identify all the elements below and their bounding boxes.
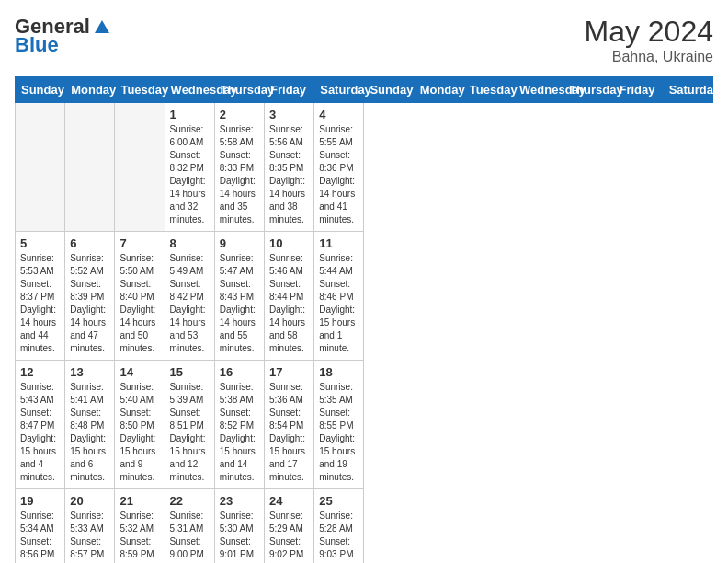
header-friday: Friday	[265, 77, 314, 103]
calendar-cell: 5Sunrise: 5:53 AMSunset: 8:37 PMDaylight…	[16, 232, 65, 361]
header-tuesday: Tuesday	[115, 77, 165, 103]
cell-info: Sunrise: 5:52 AMSunset: 8:39 PMDaylight:…	[70, 252, 109, 355]
calendar-cell: 15Sunrise: 5:39 AMSunset: 8:51 PMDayligh…	[165, 361, 214, 489]
calendar-week-1: 1Sunrise: 6:00 AMSunset: 8:32 PMDaylight…	[16, 103, 713, 232]
location-subtitle: Bahna, Ukraine	[584, 49, 713, 65]
day-number: 9	[220, 236, 259, 250]
calendar-week-2: 5Sunrise: 5:53 AMSunset: 8:37 PMDaylight…	[16, 232, 713, 361]
header-saturday: Saturday	[314, 77, 364, 103]
calendar-week-3: 12Sunrise: 5:43 AMSunset: 8:47 PMDayligh…	[16, 361, 713, 489]
calendar-table: SundayMondayTuesdayWednesdayThursdayFrid…	[15, 76, 713, 563]
cell-info: Sunrise: 5:53 AMSunset: 8:37 PMDaylight:…	[20, 252, 60, 355]
day-number: 11	[319, 236, 358, 250]
day-number: 5	[20, 236, 60, 250]
calendar-cell: 4Sunrise: 5:55 AMSunset: 8:36 PMDaylight…	[314, 103, 364, 232]
calendar-cell: 17Sunrise: 5:36 AMSunset: 8:54 PMDayligh…	[265, 361, 314, 489]
calendar-week-4: 19Sunrise: 5:34 AMSunset: 8:56 PMDayligh…	[16, 489, 713, 564]
cell-info: Sunrise: 5:44 AMSunset: 8:46 PMDaylight:…	[319, 252, 358, 355]
logo-blue-text: Blue	[15, 33, 59, 57]
day-number: 25	[319, 494, 358, 508]
calendar-cell: 25Sunrise: 5:28 AMSunset: 9:03 PMDayligh…	[314, 489, 364, 564]
logo: General Blue	[15, 15, 112, 57]
day-number: 10	[269, 236, 309, 250]
header-day-tuesday: Tuesday	[463, 77, 513, 103]
calendar-cell: 8Sunrise: 5:49 AMSunset: 8:42 PMDaylight…	[165, 232, 214, 361]
header-day-sunday: Sunday	[364, 77, 414, 103]
day-number: 19	[20, 494, 60, 508]
cell-info: Sunrise: 5:28 AMSunset: 9:03 PMDaylight:…	[319, 510, 358, 563]
cell-info: Sunrise: 5:40 AMSunset: 8:50 PMDaylight:…	[119, 381, 159, 484]
day-number: 22	[170, 494, 210, 508]
cell-info: Sunrise: 5:36 AMSunset: 8:54 PMDaylight:…	[269, 381, 309, 484]
day-number: 15	[170, 365, 210, 379]
header-sunday: Sunday	[16, 77, 65, 103]
calendar-cell: 7Sunrise: 5:50 AMSunset: 8:40 PMDaylight…	[115, 232, 165, 361]
cell-info: Sunrise: 5:56 AMSunset: 8:35 PMDaylight:…	[269, 123, 309, 226]
calendar-cell	[115, 103, 165, 232]
calendar-cell: 16Sunrise: 5:38 AMSunset: 8:52 PMDayligh…	[214, 361, 264, 489]
cell-info: Sunrise: 5:39 AMSunset: 8:51 PMDaylight:…	[170, 381, 210, 484]
calendar-cell: 2Sunrise: 5:58 AMSunset: 8:33 PMDaylight…	[214, 103, 264, 232]
calendar-cell: 14Sunrise: 5:40 AMSunset: 8:50 PMDayligh…	[115, 361, 165, 489]
cell-info: Sunrise: 5:47 AMSunset: 8:43 PMDaylight:…	[220, 252, 259, 355]
cell-info: Sunrise: 5:34 AMSunset: 8:56 PMDaylight:…	[20, 510, 60, 563]
calendar-cell: 11Sunrise: 5:44 AMSunset: 8:46 PMDayligh…	[314, 232, 364, 361]
cell-info: Sunrise: 5:29 AMSunset: 9:02 PMDaylight:…	[269, 510, 309, 563]
day-number: 23	[220, 494, 259, 508]
cell-info: Sunrise: 5:55 AMSunset: 8:36 PMDaylight:…	[319, 123, 358, 226]
day-number: 4	[319, 108, 358, 121]
day-number: 3	[269, 108, 309, 121]
day-number: 20	[70, 494, 109, 508]
header-monday: Monday	[65, 77, 115, 103]
title-block: May 2024 Bahna, Ukraine	[584, 15, 713, 65]
calendar-cell: 6Sunrise: 5:52 AMSunset: 8:39 PMDaylight…	[65, 232, 115, 361]
calendar-cell: 24Sunrise: 5:29 AMSunset: 9:02 PMDayligh…	[265, 489, 314, 564]
day-number: 7	[119, 236, 159, 250]
day-number: 14	[119, 365, 159, 379]
day-number: 21	[119, 494, 159, 508]
day-number: 6	[70, 236, 109, 250]
calendar-cell: 10Sunrise: 5:46 AMSunset: 8:44 PMDayligh…	[265, 232, 314, 361]
header-wednesday: Wednesday	[165, 77, 214, 103]
cell-info: Sunrise: 6:00 AMSunset: 8:32 PMDaylight:…	[170, 123, 210, 226]
page-header: General Blue May 2024 Bahna, Ukraine	[15, 15, 713, 65]
calendar-cell: 19Sunrise: 5:34 AMSunset: 8:56 PMDayligh…	[16, 489, 65, 564]
logo-icon	[94, 18, 110, 35]
day-number: 18	[319, 365, 358, 379]
header-day-saturday: Saturday	[663, 77, 712, 103]
svg-marker-0	[95, 20, 109, 33]
cell-info: Sunrise: 5:32 AMSunset: 8:59 PMDaylight:…	[119, 510, 159, 563]
header-thursday: Thursday	[214, 77, 264, 103]
cell-info: Sunrise: 5:50 AMSunset: 8:40 PMDaylight:…	[119, 252, 159, 355]
day-number: 2	[220, 108, 259, 121]
cell-info: Sunrise: 5:30 AMSunset: 9:01 PMDaylight:…	[220, 510, 259, 563]
cell-info: Sunrise: 5:46 AMSunset: 8:44 PMDaylight:…	[269, 252, 309, 355]
cell-info: Sunrise: 5:41 AMSunset: 8:48 PMDaylight:…	[70, 381, 109, 484]
header-day-friday: Friday	[613, 77, 663, 103]
cell-info: Sunrise: 5:33 AMSunset: 8:57 PMDaylight:…	[70, 510, 109, 563]
calendar-cell: 3Sunrise: 5:56 AMSunset: 8:35 PMDaylight…	[265, 103, 314, 232]
calendar-cell: 1Sunrise: 6:00 AMSunset: 8:32 PMDaylight…	[165, 103, 214, 232]
day-number: 12	[20, 365, 60, 379]
day-number: 13	[70, 365, 109, 379]
cell-info: Sunrise: 5:58 AMSunset: 8:33 PMDaylight:…	[220, 123, 259, 226]
header-day-monday: Monday	[414, 77, 463, 103]
cell-info: Sunrise: 5:31 AMSunset: 9:00 PMDaylight:…	[170, 510, 210, 563]
calendar-cell	[65, 103, 115, 232]
header-day-thursday: Thursday	[563, 77, 613, 103]
cell-info: Sunrise: 5:49 AMSunset: 8:42 PMDaylight:…	[170, 252, 210, 355]
cell-info: Sunrise: 5:35 AMSunset: 8:55 PMDaylight:…	[319, 381, 358, 484]
calendar-cell: 13Sunrise: 5:41 AMSunset: 8:48 PMDayligh…	[65, 361, 115, 489]
calendar-header-row: SundayMondayTuesdayWednesdayThursdayFrid…	[16, 77, 713, 103]
calendar-cell: 21Sunrise: 5:32 AMSunset: 8:59 PMDayligh…	[115, 489, 165, 564]
day-number: 17	[269, 365, 309, 379]
calendar-cell	[16, 103, 65, 232]
calendar-cell: 23Sunrise: 5:30 AMSunset: 9:01 PMDayligh…	[214, 489, 264, 564]
day-number: 1	[170, 108, 210, 121]
header-day-wednesday: Wednesday	[514, 77, 563, 103]
day-number: 8	[170, 236, 210, 250]
calendar-cell: 22Sunrise: 5:31 AMSunset: 9:00 PMDayligh…	[165, 489, 214, 564]
cell-info: Sunrise: 5:43 AMSunset: 8:47 PMDaylight:…	[20, 381, 60, 484]
calendar-cell: 18Sunrise: 5:35 AMSunset: 8:55 PMDayligh…	[314, 361, 364, 489]
month-year-title: May 2024	[584, 15, 713, 49]
